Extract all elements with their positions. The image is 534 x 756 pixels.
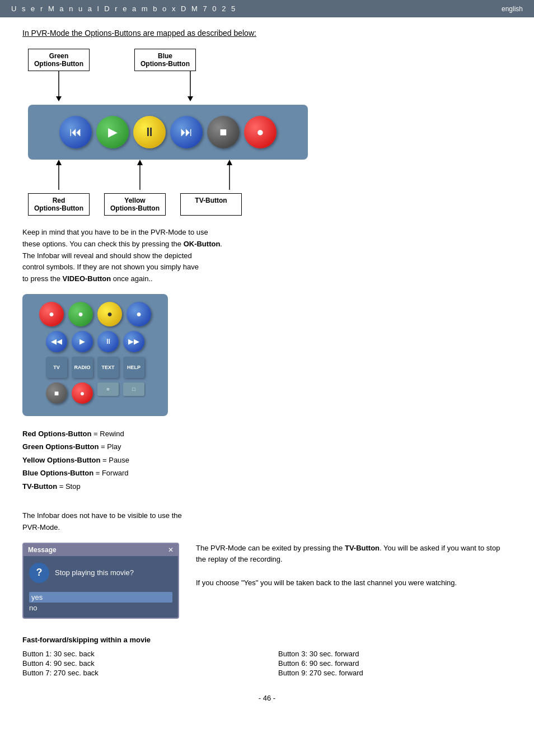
pvr-exit-text-col: The PVR-Mode can be exited by pressing t… bbox=[196, 543, 512, 589]
remote-text-row: TV RADIO TEXT HELP bbox=[31, 357, 159, 378]
pvr-note: The Infobar does not have to be visible … bbox=[22, 510, 512, 534]
red-options-label: RedOptions-Button bbox=[28, 193, 90, 216]
play-button: ▶ bbox=[96, 116, 129, 148]
remote-yellow-btn: ● bbox=[97, 302, 122, 326]
remote-record-btn: ● bbox=[72, 382, 93, 404]
page-number: - 46 - bbox=[22, 694, 512, 702]
two-col-section: Message ✕ ? Stop playing this movie? yes… bbox=[22, 543, 512, 624]
remote-text-btn: TEXT bbox=[97, 357, 119, 378]
ff-section: Fast-forward/skipping within a movie But… bbox=[22, 636, 512, 677]
svg-marker-9 bbox=[227, 160, 232, 165]
remote-radio-btn: RADIO bbox=[72, 357, 93, 378]
remote-transport-row: ◀◀ ▶ ⏸ ▶▶ bbox=[31, 331, 159, 352]
message-dialog: Message ✕ ? Stop playing this movie? yes… bbox=[22, 543, 179, 619]
green-options-label: GreenOptions-Button bbox=[28, 49, 90, 71]
blue-options-label: BlueOptions-Button bbox=[134, 49, 196, 71]
remote-fwd-btn: ▶▶ bbox=[123, 331, 144, 352]
remote-play-btn: ▶ bbox=[72, 331, 93, 352]
dialog-col: Message ✕ ? Stop playing this movie? yes… bbox=[22, 543, 179, 624]
message-options: yes no bbox=[24, 590, 178, 618]
main-content: In PVR-Mode the Options-Buttons are mapp… bbox=[0, 17, 534, 719]
ff-title: Fast-forward/skipping within a movie bbox=[22, 636, 512, 644]
page-header: U s e r M a n u a l D r e a m b o x D M … bbox=[0, 0, 534, 17]
blue-label-text: BlueOptions-Button bbox=[140, 52, 190, 68]
svg-marker-1 bbox=[56, 96, 62, 101]
red-label-text: RedOptions-Button bbox=[34, 197, 83, 212]
remote-image: ● ● ● ● ◀◀ ▶ ⏸ ▶▶ TV RADIO TEXT HELP ■ ●… bbox=[22, 294, 168, 416]
remote-help-btn: HELP bbox=[123, 357, 144, 378]
ff-table: Button 1: 30 sec. back Button 3: 30 sec.… bbox=[22, 650, 512, 677]
message-body-text: Stop playing this movie? bbox=[55, 568, 134, 577]
pvr-buttons-row: ⏮ ▶ ⏸ ⏭ ■ ● bbox=[28, 105, 308, 160]
header-title: U s e r M a n u a l D r e a m b o x D M … bbox=[11, 4, 237, 13]
pause-button: ⏸ bbox=[133, 116, 166, 148]
svg-marker-3 bbox=[188, 96, 193, 101]
remote-stop-btn: ■ bbox=[46, 382, 67, 404]
yellow-label-text: YellowOptions-Button bbox=[110, 197, 160, 212]
message-option-yes[interactable]: yes bbox=[29, 592, 172, 603]
yellow-options-label: YellowOptions-Button bbox=[104, 193, 166, 216]
message-question-icon: ? bbox=[29, 563, 49, 583]
green-label: Green Options-Button = Play bbox=[22, 440, 512, 453]
yellow-label: Yellow Options-Button = Pause bbox=[22, 454, 512, 466]
ff-row2-right: Button 6: 90 sec. forward bbox=[278, 659, 512, 668]
stop-button: ■ bbox=[207, 116, 240, 148]
record-button: ● bbox=[244, 116, 277, 148]
info-text: Keep in mind that you have to be in the … bbox=[22, 227, 512, 285]
ff-row2-left: Button 4: 90 sec. back bbox=[22, 659, 256, 668]
remote-pause-btn: ⏸ bbox=[97, 331, 119, 352]
pvr-exit-text: The PVR-Mode can be exited by pressing t… bbox=[196, 543, 512, 566]
button-labels-list: Red Options-Button = Rewind Green Option… bbox=[22, 427, 512, 493]
tv-label: TV-Button = Stop bbox=[22, 480, 512, 493]
message-titlebar: Message ✕ bbox=[24, 544, 178, 556]
blue-label: Blue Options-Button = Forward bbox=[22, 466, 512, 479]
tv-label-text: TV-Button bbox=[195, 197, 227, 204]
remote-color-row: ● ● ● ● bbox=[31, 302, 159, 326]
arrows-svg bbox=[28, 71, 341, 105]
ff-row3-right: Button 9: 270 sec. forward bbox=[278, 669, 512, 677]
remote-stop-row: ■ ● ≡ □ bbox=[31, 382, 159, 404]
yes-choice-text: If you choose "Yes" you will be taken ba… bbox=[196, 577, 512, 589]
remote-extra-btn2: □ bbox=[123, 382, 144, 396]
svg-marker-5 bbox=[56, 160, 62, 165]
remote-green-btn: ● bbox=[68, 302, 93, 326]
ff-row1-right: Button 3: 30 sec. forward bbox=[278, 650, 512, 658]
remote-blue-btn: ● bbox=[127, 302, 151, 326]
message-title: Message bbox=[28, 546, 57, 554]
forward-button: ⏭ bbox=[170, 116, 203, 148]
red-label: Red Options-Button = Rewind bbox=[22, 427, 512, 440]
header-lang: english bbox=[502, 5, 523, 13]
arrows-bottom-svg bbox=[28, 160, 341, 193]
svg-marker-7 bbox=[137, 160, 143, 165]
message-close-icon: ✕ bbox=[168, 546, 174, 554]
pvr-section-heading: In PVR-Mode the Options-Buttons are mapp… bbox=[22, 29, 512, 38]
remote-extra-btn1: ≡ bbox=[97, 382, 119, 396]
remote-red-btn: ● bbox=[39, 302, 64, 326]
message-option-no[interactable]: no bbox=[29, 603, 172, 613]
message-body: ? Stop playing this movie? bbox=[24, 556, 178, 590]
tv-button-label: TV-Button bbox=[180, 193, 242, 216]
green-label-text: GreenOptions-Button bbox=[34, 52, 83, 68]
remote-rewind-btn: ◀◀ bbox=[46, 331, 67, 352]
ff-row1-left: Button 1: 30 sec. back bbox=[22, 650, 256, 658]
rewind-button: ⏮ bbox=[59, 116, 92, 148]
pvr-diagram: GreenOptions-Button BlueOptions-Button ⏮… bbox=[22, 49, 512, 216]
remote-tv-btn: TV bbox=[46, 357, 67, 378]
ff-row3-left: Button 7: 270 sec. back bbox=[22, 669, 256, 677]
